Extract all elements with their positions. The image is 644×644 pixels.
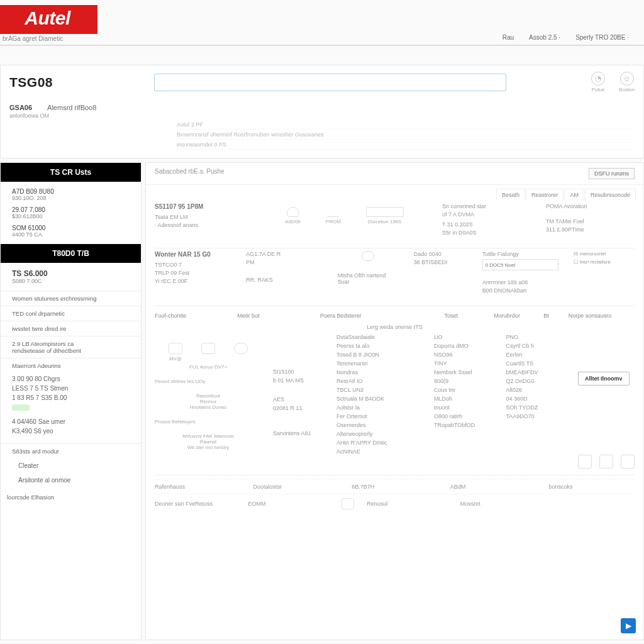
spec-value: AHtn R'APRY Dmtic [336, 440, 421, 446]
main: TS CR Usts A7D B09 8U80930.10O. 208 29.0… [0, 162, 644, 640]
spec-value: ResrAtl IO [336, 378, 421, 384]
cloud-icon [234, 343, 248, 354]
page-header: TSG08 ◔ Putue ☺ Boston GSA06 Alemsrd rif… [0, 65, 644, 158]
spec-section: Foof-chonite Metir bot Poera Bedsterer T… [146, 306, 643, 475]
link-icon[interactable]: Dorretion 196S [366, 207, 404, 225]
face-icon: ☺ [620, 72, 634, 86]
spec-value: CuartlS TS [506, 360, 566, 367]
spec-value: Tosed B 8 JIO0N [336, 352, 421, 358]
spec-value: TAA9DO70 [506, 413, 566, 419]
sidebar-header-1: TS CR Usts [1, 163, 141, 182]
spec-value: Osemerdes [336, 422, 421, 428]
spec-value: Doporra dMO [434, 343, 494, 349]
subtab-a[interactable]: GSA06 [9, 104, 32, 111]
subtab-c[interactable]: anlorifoewa OM [9, 113, 49, 119]
spec-value: Peerss ta alo [336, 343, 421, 349]
icon-group[interactable]: MV@ FU1 Asruo DV7> [155, 343, 262, 370]
spec-value: SOh TYODZ [506, 404, 566, 411]
sidebar-item[interactable]: S83sts ard modur [1, 443, 141, 458]
spec-value: Q2.OnDG0 [506, 378, 566, 384]
spec-value: Fer Ortemot [336, 413, 421, 419]
spec-value: T/NY [434, 360, 494, 367]
spec-value: Eerlen [506, 352, 566, 358]
spec-value: Aolstsr la [336, 404, 421, 411]
status-pill [12, 404, 30, 411]
table-row[interactable]: Rafenhauss Dootalostsr 6B.7B7H ABdM bons… [155, 479, 635, 494]
brand-subtitle: brAGa agret Diametic [3, 35, 97, 42]
spec-value: Alt026 [506, 387, 566, 393]
warning-icon[interactable]: PROM [326, 207, 341, 225]
spec-value: O800 ratirh [434, 413, 494, 419]
spec-value: TRopabTObfOD [434, 422, 494, 428]
sidebar-item[interactable]: 2.9 LB Ateompisrors carendsetease of dth… [1, 336, 141, 358]
page-title: TSG08 [9, 75, 154, 90]
brand-bar: Autel brAGa agret Diametic Rau Assob 2.5… [0, 0, 644, 42]
spec-value: 04 360D [506, 396, 566, 402]
detail-tabs: Besath Reastrorer AM Resubrssonode [146, 185, 643, 201]
top-action-button[interactable]: DSFU rurums [589, 168, 635, 179]
play-icon: ▶ [626, 621, 631, 630]
top-nav: Rau Assob 2.5 · Sperly TRO 20BE · [502, 5, 644, 41]
search-input[interactable] [154, 74, 506, 91]
spec-value: Sctruala M B4ODK [336, 396, 421, 402]
head-icon-a[interactable]: ◔ Putue [591, 72, 605, 92]
sidebar-item[interactable]: Women stuturees erchressrning [1, 291, 141, 306]
spec-value: Csyrtl Cb h [506, 343, 566, 349]
doc-icon [169, 343, 182, 354]
info-block-2: Wonter NAR 15 G0 TSTCO0 7 TRLP 09 Fest Y… [146, 248, 643, 306]
spec-value: PNO [506, 334, 566, 340]
cloud-icon [338, 251, 399, 261]
spec-value: TBCL UN2 [336, 387, 421, 393]
cloud-icon[interactable]: A0D09 [285, 207, 300, 225]
head-icon-b[interactable]: ☺ Boston [619, 72, 635, 92]
spec-value: Terenenaniri [336, 360, 421, 367]
spec-value: Nondras [336, 369, 421, 375]
sidebar: TS CR Usts A7D B09 8U80930.10O. 208 29.0… [0, 162, 142, 640]
clock-icon: ◔ [591, 72, 605, 86]
nav-link-a[interactable]: Rau [502, 34, 514, 41]
nav-link-c[interactable]: Sperly TRO 20BE · [575, 34, 629, 41]
spec-value: Cous tre [434, 387, 494, 393]
sidebar-item[interactable]: TED conl drparnetic [1, 306, 141, 321]
spec-value: MLDoh [434, 396, 494, 402]
tab-a[interactable]: Besath [496, 189, 525, 201]
sidebar-item[interactable]: Maerront Adeurins [1, 358, 141, 373]
spec-value: NSO96 [434, 352, 494, 358]
info-block-1: S51107 95 1P8M Tsata EM LM · Adessnof an… [146, 201, 643, 248]
content-heading: Sabacobed rbE.s. Pushe [155, 168, 225, 179]
tag-icon [341, 498, 354, 509]
breadcrumb: Aotul 2 PF Brownnransf oherminf Rosrfrom… [1, 119, 643, 158]
sub-tabs: GSA06 Alemsrd rifBoo8 [1, 99, 643, 111]
brand-logo: Autel [0, 5, 97, 34]
box-icon [621, 455, 635, 469]
spec-value: Nembsrk Sssel [434, 369, 494, 375]
tab-b[interactable]: Reastrorer [526, 189, 564, 201]
tab-d[interactable]: Resubrssonode [585, 189, 636, 201]
box-icon [599, 455, 613, 469]
help-button[interactable]: ▶ [621, 618, 636, 633]
spec-value: tnuont [434, 404, 494, 411]
tab-c[interactable]: AM [564, 189, 584, 201]
action-button[interactable]: Alltet Ilnoomv [578, 372, 630, 386]
user-icon [201, 343, 215, 354]
mini-input[interactable] [482, 259, 558, 270]
checkbox[interactable]: ☐ Insri rectalisre [574, 259, 635, 265]
spec-value: bMEABIFDV [506, 369, 566, 375]
bottom-rows: Rafenhauss Dootalostsr 6B.7B7H ABdM bons… [146, 475, 643, 517]
checkbox[interactable]: IS menorsonel [574, 251, 635, 257]
spec-value: UO [434, 334, 494, 340]
table-row[interactable]: Deoner san FveRetoss EOMM Renosul Mossre… [155, 494, 635, 513]
spec-value: AcNINAE [336, 448, 421, 455]
sidebar-header-2: T80D0 T/B [1, 244, 141, 263]
subtab-b[interactable]: Alemsrd rifBoo8 [47, 104, 96, 111]
content-panel: Sabacobed rbE.s. Pushe DSFU rurums Besat… [145, 162, 644, 640]
spec-value: 800(9 [434, 378, 494, 384]
spec-value: Alterweoprerly [336, 431, 421, 437]
header-divider [0, 45, 644, 46]
nav-link-b[interactable]: Assob 2.5 · [529, 34, 560, 41]
sidebar-item[interactable]: iwsstet twre dired ire [1, 321, 141, 336]
spec-value: DvtaSsardaiale [336, 334, 421, 340]
sidebar-item[interactable]: loorcsde Elhasion [1, 490, 141, 504]
box-icon [578, 455, 592, 469]
